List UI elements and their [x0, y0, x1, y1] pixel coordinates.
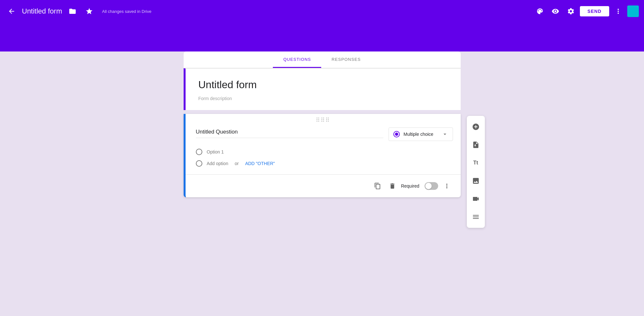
send-button[interactable]: SEND — [580, 6, 609, 16]
card-actions: Required — [186, 180, 461, 192]
settings-icon-button[interactable] — [564, 5, 577, 18]
center-column: QUESTIONS RESPONSES Untitled form Form d… — [184, 51, 461, 303]
question-type-label: Multiple choice — [404, 132, 434, 137]
option-row-1: Option 1 — [196, 146, 450, 158]
duplicate-button[interactable] — [371, 180, 384, 192]
card-divider — [186, 174, 461, 175]
required-toggle[interactable] — [425, 182, 438, 190]
folder-icon-button[interactable] — [66, 5, 79, 18]
purple-band — [0, 23, 644, 51]
sidebar-image-button[interactable] — [467, 172, 485, 189]
options-section: Option 1 Add option or ADD "OTHER" — [186, 146, 461, 169]
nav-right: SEND — [533, 5, 639, 18]
add-option-label[interactable]: Add option — [207, 161, 228, 166]
tabs-card: QUESTIONS RESPONSES — [184, 51, 461, 68]
user-avatar[interactable] — [627, 5, 639, 17]
delete-button[interactable] — [386, 180, 399, 192]
back-button[interactable] — [5, 5, 18, 18]
add-option-radio-icon — [196, 160, 202, 167]
question-input-wrap — [196, 127, 383, 138]
form-title-text[interactable]: Untitled form — [198, 79, 448, 91]
sidebar-video-button[interactable] — [467, 191, 485, 207]
radio-dot — [395, 133, 398, 136]
question-title-input[interactable] — [196, 127, 383, 138]
import-icon — [472, 141, 480, 149]
add-question-icon — [472, 123, 480, 131]
form-description-placeholder[interactable]: Form description — [198, 96, 448, 101]
star-icon-button[interactable] — [83, 5, 96, 18]
drag-handle[interactable]: ⠿⠿⠿ — [186, 114, 461, 125]
nav-left: Untitled form All changes saved in Drive — [5, 5, 533, 18]
save-status: All changes saved in Drive — [102, 9, 151, 14]
duplicate-icon — [374, 182, 381, 190]
toggle-knob — [425, 183, 432, 189]
palette-icon-button[interactable] — [533, 5, 546, 18]
tab-questions[interactable]: QUESTIONS — [273, 51, 321, 68]
option-radio-icon — [196, 149, 202, 155]
question-card: ⠿⠿⠿ Multiple choice Option 1 — [184, 114, 461, 197]
add-other-separator: or — [235, 161, 238, 166]
form-title-header: Untitled form — [22, 7, 62, 15]
main-area: QUESTIONS RESPONSES Untitled form Form d… — [0, 51, 644, 316]
sidebar-add-question-button[interactable] — [467, 118, 485, 135]
more-menu-button[interactable] — [612, 5, 625, 18]
question-row: Multiple choice — [186, 125, 461, 146]
delete-icon — [389, 182, 396, 190]
more-options-button[interactable] — [441, 180, 453, 192]
required-toggle-wrap[interactable] — [425, 182, 438, 190]
top-nav: Untitled form All changes saved in Drive… — [0, 0, 644, 23]
sidebar-section-button[interactable] — [467, 209, 485, 225]
dropdown-chevron-icon — [442, 131, 448, 137]
sidebar-title-button[interactable]: Tt — [467, 154, 485, 171]
tab-responses[interactable]: RESPONSES — [321, 51, 371, 68]
add-option-row: Add option or ADD "OTHER" — [196, 158, 450, 169]
required-label: Required — [401, 183, 419, 189]
image-icon — [472, 177, 480, 185]
section-icon — [472, 213, 480, 221]
more-options-icon — [443, 182, 450, 190]
form-title-card: Untitled form Form description — [184, 68, 461, 110]
preview-icon-button[interactable] — [549, 5, 562, 18]
title-icon: Tt — [473, 160, 478, 166]
video-icon — [472, 195, 480, 203]
radio-choice-icon — [393, 131, 400, 137]
add-other-link[interactable]: ADD "OTHER" — [245, 161, 275, 166]
option-1-label: Option 1 — [207, 149, 224, 154]
sidebar-import-button[interactable] — [467, 136, 485, 153]
question-type-select[interactable]: Multiple choice — [389, 127, 453, 141]
right-sidebar: Tt — [467, 116, 485, 228]
